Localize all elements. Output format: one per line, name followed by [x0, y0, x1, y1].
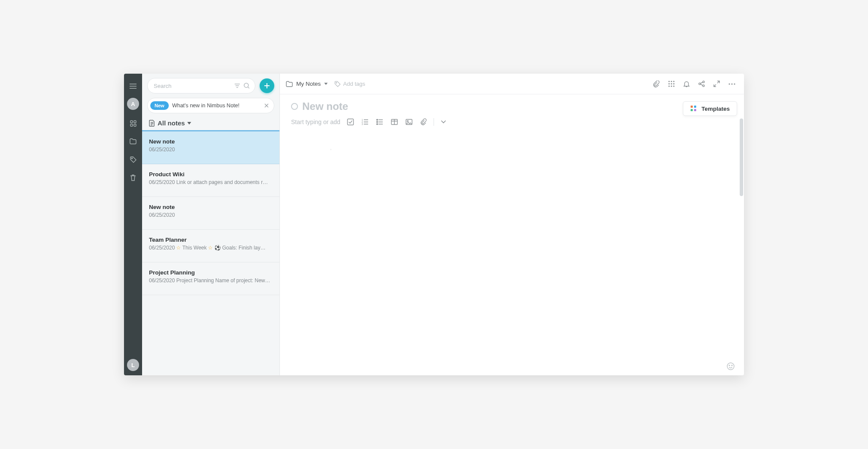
workspace-avatar[interactable]: A — [127, 98, 139, 110]
svg-rect-32 — [691, 106, 693, 108]
templates-icon — [690, 105, 697, 112]
add-tags-button[interactable]: Add tags — [335, 81, 365, 87]
numbered-list-icon[interactable]: 123 — [361, 118, 369, 126]
svg-point-11 — [671, 83, 672, 84]
apps-icon[interactable] — [666, 78, 677, 90]
list-toolbar — [142, 74, 279, 98]
editor-toolbar-top: My Notes Add tags — [280, 74, 744, 94]
more-blocks-icon[interactable] — [440, 119, 447, 125]
announcement-text: What's new in Nimbus Note! — [172, 103, 260, 109]
svg-rect-3 — [134, 124, 136, 126]
svg-rect-22 — [347, 119, 353, 125]
note-item-subtitle: 06/25/2020 Project Planning Name of proj… — [149, 278, 273, 284]
app-window: A L — [124, 74, 744, 375]
announcement-pill: New — [150, 101, 169, 110]
body-hint: Start typing or add — [291, 118, 340, 125]
chevron-down-icon — [324, 83, 328, 85]
note-icon — [149, 120, 155, 127]
scrollbar-thumb[interactable] — [740, 118, 743, 196]
note-item-subtitle: 06/25/2020 — [149, 212, 273, 218]
svg-point-8 — [671, 81, 672, 82]
filter-icon[interactable] — [232, 81, 242, 90]
announcement-banner[interactable]: New What's new in Nimbus Note! — [147, 98, 274, 113]
note-list-item[interactable]: New note 06/25/2020 — [142, 197, 279, 230]
emoji-icon[interactable] — [727, 362, 735, 370]
tag-icon[interactable] — [124, 150, 142, 168]
text-cursor-icon — [331, 145, 331, 154]
svg-point-26 — [377, 119, 378, 121]
notes-list-header[interactable]: All notes — [142, 113, 279, 130]
chevron-down-icon — [187, 122, 191, 125]
note-item-title: Product Wiki — [149, 171, 273, 178]
note-list-item[interactable]: Team Planner 06/25/2020 ☆ This Week ☆ ⚽ … — [142, 230, 279, 262]
expand-icon[interactable] — [711, 78, 722, 90]
tag-icon — [335, 81, 341, 87]
checkbox-block-icon[interactable] — [346, 118, 355, 126]
svg-rect-33 — [694, 106, 696, 108]
templates-label: Templates — [701, 106, 730, 112]
image-block-icon[interactable] — [405, 118, 413, 126]
add-tags-label: Add tags — [343, 81, 365, 87]
svg-point-28 — [377, 124, 378, 125]
svg-rect-0 — [130, 121, 133, 123]
svg-point-7 — [668, 81, 670, 82]
editor-panel: My Notes Add tags — [280, 74, 744, 375]
notes-list-panel: New What's new in Nimbus Note! All notes… — [142, 74, 280, 375]
svg-rect-35 — [694, 109, 696, 111]
side-rail: A L — [124, 74, 142, 375]
svg-point-14 — [671, 85, 672, 87]
user-avatar[interactable]: L — [127, 359, 139, 371]
trash-icon[interactable] — [124, 168, 142, 187]
share-icon[interactable] — [696, 78, 707, 90]
note-item-title: New note — [149, 204, 273, 210]
list-header-title: All notes — [158, 119, 185, 127]
folder-icon — [286, 81, 293, 87]
attachment-icon[interactable] — [650, 78, 662, 90]
dashboard-icon[interactable] — [124, 114, 142, 132]
bell-icon[interactable] — [681, 78, 692, 90]
svg-point-5 — [244, 83, 248, 87]
svg-point-16 — [699, 83, 701, 85]
menu-toggle[interactable] — [124, 77, 142, 95]
note-item-subtitle: 06/25/2020 — [149, 147, 273, 153]
attach-block-icon[interactable] — [419, 118, 428, 126]
close-icon[interactable] — [264, 102, 270, 109]
editor-body[interactable]: Start typing or add 123 — [280, 94, 744, 375]
more-icon[interactable] — [726, 81, 738, 87]
svg-point-10 — [668, 83, 670, 84]
svg-rect-1 — [134, 121, 136, 123]
notes-list[interactable]: New note 06/25/2020 Product Wiki 06/25/2… — [142, 130, 279, 375]
note-item-title: Team Planner — [149, 237, 273, 243]
note-item-subtitle: 06/25/2020 ☆ This Week ☆ ⚽ Goals: Finish… — [149, 245, 273, 251]
note-list-item[interactable]: Project Planning 06/25/2020 Project Plan… — [142, 262, 279, 295]
svg-point-9 — [673, 81, 674, 82]
svg-point-31 — [407, 121, 409, 122]
bullet-list-icon[interactable] — [375, 118, 384, 126]
svg-point-36 — [727, 363, 734, 370]
svg-point-20 — [731, 83, 732, 84]
inline-toolbar: Start typing or add 123 — [291, 118, 721, 126]
breadcrumb[interactable]: My Notes — [286, 81, 328, 87]
svg-text:3: 3 — [362, 123, 363, 125]
search-field[interactable] — [147, 78, 255, 94]
breadcrumb-label: My Notes — [296, 81, 321, 87]
svg-point-18 — [703, 85, 704, 87]
new-note-button[interactable] — [260, 78, 274, 93]
note-title-input[interactable] — [302, 100, 721, 112]
note-list-item[interactable]: Product Wiki 06/25/2020 Link or attach p… — [142, 164, 279, 197]
templates-button[interactable]: Templates — [683, 101, 737, 116]
svg-point-27 — [377, 122, 378, 123]
note-list-item[interactable]: New note 06/25/2020 — [142, 130, 279, 164]
search-icon[interactable] — [242, 81, 251, 90]
svg-point-17 — [703, 81, 704, 83]
note-item-title: New note — [149, 138, 273, 145]
svg-point-6 — [336, 82, 337, 83]
complete-toggle[interactable] — [291, 103, 298, 110]
search-input[interactable] — [154, 83, 232, 89]
svg-point-19 — [728, 83, 730, 84]
svg-point-15 — [673, 85, 674, 87]
note-item-title: Project Planning — [149, 269, 273, 276]
table-block-icon[interactable] — [390, 118, 399, 126]
folder-icon[interactable] — [124, 132, 142, 150]
note-item-subtitle: 06/25/2020 Link or attach pages and docu… — [149, 179, 273, 185]
